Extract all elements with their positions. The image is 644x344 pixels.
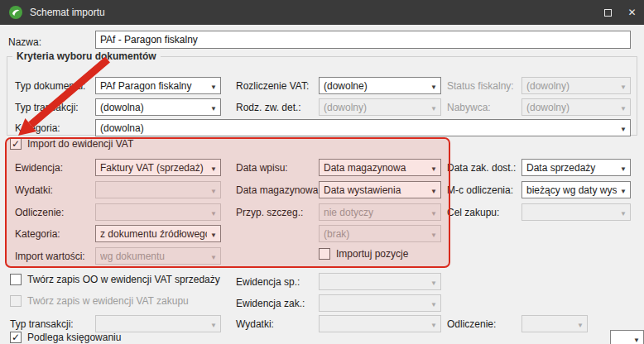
chevron-down-icon bbox=[617, 184, 630, 196]
typ-dokumentu-value: PAf Paragon fiskalny bbox=[100, 80, 207, 92]
typ-transakcji-dolny-select bbox=[95, 315, 221, 332]
rodz-zw-det-value: (dowolny) bbox=[324, 102, 427, 113]
ewidencja-zak-label: Ewidencja zak.: bbox=[236, 298, 305, 309]
mc-odliczenia-value: bieżący wg daty wystaw bbox=[526, 184, 617, 196]
chevron-down-icon bbox=[207, 162, 220, 174]
typ-transakcji-value: (dowolna) bbox=[100, 102, 207, 113]
kategoria-brak-value: (brak) bbox=[324, 228, 427, 240]
data-wpisu-label: Data wpisu: bbox=[236, 162, 288, 174]
unchecked-checkbox-icon bbox=[10, 274, 22, 285]
odliczenie-select bbox=[95, 203, 221, 221]
nabywca-select: (dowolny) bbox=[521, 98, 631, 116]
chevron-down-icon bbox=[207, 80, 220, 92]
maximize-button[interactable] bbox=[596, 0, 620, 25]
typ-transakcji-dolny-label: Typ transakcji: bbox=[10, 318, 74, 330]
chevron-down-icon bbox=[207, 207, 220, 218]
chevron-down-icon bbox=[427, 298, 440, 309]
rozliczenie-vat-select[interactable]: (dowolne) bbox=[319, 77, 441, 94]
close-button[interactable]: ✕ bbox=[620, 0, 644, 25]
schemat-importu-dialog: Schemat importu ✕ Nazwa: Kryteria wyboru… bbox=[0, 0, 644, 344]
podlega-ksiegowaniu-checkbox[interactable]: Podlega księgowaniu bbox=[10, 332, 121, 343]
data-wpisu-select[interactable]: Data magazynowa bbox=[319, 159, 441, 176]
kategoria-vat-label: Kategoria: bbox=[15, 228, 60, 240]
chevron-down-icon bbox=[574, 318, 587, 330]
importuj-pozycje-checkbox[interactable]: Importuj pozycje bbox=[319, 248, 408, 260]
data-magazynowa-select[interactable]: Data wystawienia bbox=[319, 181, 441, 198]
typ-transakcji-label: Typ transakcji: bbox=[15, 102, 79, 113]
checked-checkbox-icon bbox=[10, 138, 22, 150]
typ-dokumentu-select[interactable]: PAf Paragon fiskalny bbox=[95, 77, 221, 94]
chevron-down-icon bbox=[617, 122, 630, 134]
data-zak-dost-label: Data zak. dost.: bbox=[447, 162, 516, 174]
cel-zakupu-select bbox=[521, 203, 631, 221]
data-wpisu-value: Data magazynowa bbox=[324, 162, 427, 174]
ewidencja-value: Faktury VAT (sprzedaż) bbox=[100, 162, 207, 174]
data-zak-dost-value: Data sprzedaży bbox=[526, 162, 617, 174]
window-title: Schemat importu bbox=[30, 7, 105, 18]
chevron-down-icon bbox=[617, 80, 630, 92]
import-wartosci-label: Import wartości: bbox=[15, 251, 85, 262]
ewidencja-select[interactable]: Faktury VAT (sprzedaż) bbox=[95, 159, 221, 176]
kategoria-vat-select[interactable]: z dokumentu źródłowego bbox=[95, 225, 221, 242]
rozliczenie-vat-label: Rozliczenie VAT: bbox=[236, 80, 309, 92]
chevron-down-icon bbox=[427, 102, 440, 113]
typ-transakcji-select[interactable]: (dowolna) bbox=[95, 98, 221, 116]
chevron-down-icon bbox=[207, 318, 220, 330]
ewidencja-label: Ewidencja: bbox=[15, 162, 63, 174]
chevron-down-icon bbox=[617, 162, 630, 174]
import-wartosci-select: wg dokumentu bbox=[95, 247, 221, 265]
chevron-down-icon bbox=[630, 333, 643, 344]
chevron-down-icon bbox=[427, 228, 440, 240]
status-fiskalny-value: (dowolny) bbox=[526, 80, 617, 92]
window-controls: ✕ bbox=[596, 0, 644, 25]
chevron-down-icon bbox=[427, 318, 440, 330]
data-magazynowa-label: Data magazynowa: bbox=[236, 184, 321, 196]
kryteria-groupbox-title: Kryteria wyboru dokumentów bbox=[12, 50, 161, 62]
cel-zakupu-label: Cel zakupu: bbox=[447, 207, 499, 218]
tworz-zapis-oo-label: Twórz zapis OO w ewidencji VAT sprzedaży bbox=[27, 274, 220, 285]
checked-checkbox-icon bbox=[10, 332, 22, 343]
chevron-down-icon bbox=[427, 162, 440, 174]
chevron-down-icon bbox=[617, 102, 630, 113]
ewidencja-sp-select bbox=[319, 273, 441, 290]
status-fiskalny-select: (dowolny) bbox=[521, 77, 631, 94]
rodz-zw-det-select: (dowolny) bbox=[319, 98, 441, 116]
kategoria-label: Kategoria: bbox=[15, 122, 60, 134]
chevron-down-icon bbox=[427, 80, 440, 92]
rodz-zw-det-label: Rodz. zw. det.: bbox=[236, 102, 301, 113]
rozliczenie-vat-value: (dowolne) bbox=[324, 80, 427, 92]
nazwa-label: Nazwa: bbox=[8, 36, 41, 48]
nazwa-input[interactable] bbox=[95, 31, 631, 49]
odliczenie-dolny-label: Odliczenie: bbox=[447, 318, 496, 330]
importuj-pozycje-label: Importuj pozycje bbox=[336, 248, 408, 260]
wydatki-dolny-select bbox=[319, 315, 441, 332]
kategoria-value: (dowolna) bbox=[100, 122, 617, 134]
odliczenie-label: Odliczenie: bbox=[15, 207, 64, 218]
chevron-down-icon bbox=[207, 228, 220, 240]
chevron-down-icon bbox=[617, 207, 630, 218]
app-icon bbox=[9, 6, 22, 19]
typ-dokumentu-label: Typ dokumentu: bbox=[15, 80, 85, 92]
titlebar[interactable]: Schemat importu ✕ bbox=[0, 0, 644, 25]
chevron-down-icon bbox=[427, 184, 440, 196]
import-do-ewidencji-vat-checkbox[interactable]: Import do ewidencji VAT bbox=[10, 138, 133, 150]
data-zak-dost-select[interactable]: Data sprzedaży bbox=[521, 159, 631, 176]
import-do-ewidencji-vat-label: Import do ewidencji VAT bbox=[27, 138, 133, 150]
nabywca-label: Nabywca: bbox=[447, 102, 491, 113]
tworz-zapis-zakup-checkbox: Twórz zapis w ewidencji VAT zakupu bbox=[10, 295, 189, 307]
chevron-down-icon bbox=[207, 184, 220, 196]
mc-odliczenia-select[interactable]: bieżący wg daty wystaw bbox=[521, 181, 631, 198]
mc-odliczenia-label: M-c odliczenia: bbox=[447, 184, 513, 196]
ewidencja-zak-select bbox=[319, 294, 441, 312]
kategoria-select[interactable]: (dowolna) bbox=[95, 119, 631, 136]
wydatki-label: Wydatki: bbox=[15, 184, 53, 196]
unchecked-checkbox-icon bbox=[319, 248, 330, 260]
chevron-down-icon bbox=[427, 276, 440, 288]
import-wartosci-value: wg dokumentu bbox=[100, 251, 207, 262]
kategoria-vat-value: z dokumentu źródłowego bbox=[100, 228, 207, 240]
przyp-szczeg-label: Przyp. szczeg.: bbox=[236, 207, 303, 218]
prawy-dolny-select[interactable] bbox=[610, 330, 644, 344]
tworz-zapis-oo-checkbox[interactable]: Twórz zapis OO w ewidencji VAT sprzedaży bbox=[10, 274, 220, 285]
close-icon: ✕ bbox=[627, 7, 636, 18]
przyp-szczeg-select: nie dotyczy bbox=[319, 203, 441, 221]
